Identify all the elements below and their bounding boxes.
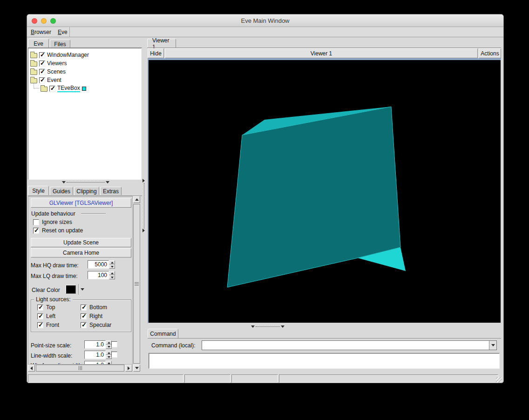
command-output-area[interactable] bbox=[149, 353, 500, 369]
tree-editor-splitter[interactable] bbox=[62, 180, 109, 184]
tree-item-label[interactable]: TEveBox bbox=[57, 85, 80, 92]
traffic-lights bbox=[32, 14, 56, 27]
ignore-sizes-row: Ignore sizes bbox=[33, 219, 72, 225]
tree-checkbox[interactable] bbox=[49, 86, 55, 92]
tevebox-color-swatch[interactable] bbox=[82, 87, 86, 91]
light-left-checkbox[interactable] bbox=[37, 313, 43, 319]
status-cell-4 bbox=[279, 374, 498, 383]
scroll-up-button[interactable] bbox=[133, 196, 140, 203]
scroll-down-button[interactable] bbox=[133, 365, 140, 372]
light-front-checkbox[interactable] bbox=[37, 322, 43, 328]
light-right-row: Right bbox=[81, 313, 102, 319]
wireframe-spinner: 1.0 bbox=[84, 361, 112, 365]
line-width-value[interactable]: 1.0 bbox=[84, 351, 106, 359]
menu-eve[interactable]: Eve bbox=[58, 29, 68, 35]
collapse-arrow-icon bbox=[251, 325, 255, 328]
update-scene-button[interactable]: Update Scene bbox=[31, 238, 131, 247]
tab-clipping[interactable]: Clipping bbox=[74, 187, 99, 195]
tree-item-windowmanager[interactable]: WindowManager bbox=[30, 51, 89, 59]
panel-splitter-dots[interactable] bbox=[144, 183, 144, 229]
wireframe-value[interactable]: 1.0 bbox=[84, 361, 106, 365]
swatch-divider bbox=[78, 284, 79, 295]
hide-button[interactable]: Hide bbox=[148, 48, 164, 58]
tree-checkbox[interactable] bbox=[39, 69, 45, 75]
status-cell-1 bbox=[28, 374, 183, 383]
splitter-arrow-icon[interactable] bbox=[142, 179, 145, 183]
viewer-title: Viewer 1 bbox=[311, 50, 332, 57]
light-top-checkbox[interactable] bbox=[37, 305, 43, 311]
gl-viewer-button[interactable]: GLViewer [TGLSAViewer] bbox=[31, 198, 131, 208]
editor-horizontal-scrollbar[interactable] bbox=[28, 365, 132, 372]
light-bottom-row: Bottom bbox=[81, 304, 107, 311]
light-right-checkbox[interactable] bbox=[81, 313, 87, 319]
minimize-button[interactable] bbox=[41, 18, 47, 24]
ignore-sizes-label: Ignore sizes bbox=[42, 219, 72, 225]
tree-checkbox[interactable] bbox=[39, 77, 45, 83]
command-combobox[interactable] bbox=[202, 340, 497, 350]
combo-dropdown-button[interactable] bbox=[489, 341, 496, 350]
update-behaviour-separator: Update behaviour bbox=[31, 210, 106, 217]
resize-grip[interactable] bbox=[496, 377, 502, 383]
point-size-checkbox[interactable] bbox=[111, 341, 117, 347]
tree-item-tevebox[interactable]: TEveBox bbox=[41, 85, 86, 92]
tevebox-3d-shape bbox=[149, 60, 501, 323]
light-front-row: Front bbox=[37, 322, 59, 328]
spin-down-button[interactable] bbox=[109, 275, 115, 279]
viewer-title-bar[interactable]: Viewer 1 bbox=[165, 48, 478, 58]
chevron-down-icon bbox=[491, 344, 495, 346]
tab-style[interactable]: Style bbox=[28, 186, 49, 195]
thumb-grip-icon bbox=[135, 282, 139, 285]
tab-extras[interactable]: Extras bbox=[100, 187, 122, 195]
light-specular-checkbox[interactable] bbox=[81, 322, 87, 328]
tab-guides[interactable]: Guides bbox=[50, 187, 73, 195]
scroll-right-button[interactable] bbox=[125, 365, 132, 372]
tab-eve[interactable]: Eve bbox=[28, 39, 49, 48]
ignore-sizes-checkbox[interactable] bbox=[33, 219, 39, 225]
zoom-button[interactable] bbox=[50, 18, 56, 24]
menu-browser[interactable]: Browser bbox=[31, 29, 51, 35]
splitter-arrow-icon[interactable] bbox=[142, 229, 145, 232]
color-dropdown-icon[interactable] bbox=[81, 288, 84, 291]
separator-line bbox=[81, 213, 106, 214]
close-button[interactable] bbox=[32, 18, 37, 24]
tree-item-label[interactable]: Viewers bbox=[47, 60, 67, 67]
viewer-command-splitter[interactable] bbox=[251, 325, 285, 328]
light-sources-group: Light sources: Top Bottom Left Right Fro… bbox=[31, 299, 131, 332]
gl-viewport[interactable] bbox=[148, 58, 501, 323]
spin-up-button[interactable] bbox=[109, 260, 115, 264]
tab-files[interactable]: Files bbox=[50, 40, 70, 48]
reset-on-update-checkbox[interactable] bbox=[33, 228, 39, 234]
max-lq-value[interactable]: 100 bbox=[88, 271, 109, 279]
scrollbar-thumb[interactable] bbox=[36, 365, 124, 372]
scroll-left-button[interactable] bbox=[28, 365, 35, 372]
spin-up-button[interactable] bbox=[109, 271, 115, 275]
light-top-row: Top bbox=[37, 304, 55, 311]
update-behaviour-label: Update behaviour bbox=[31, 210, 75, 217]
tree-item-viewers[interactable]: Viewers bbox=[30, 60, 67, 67]
command-input[interactable] bbox=[202, 341, 489, 350]
tab-command[interactable]: Command bbox=[148, 329, 178, 338]
tree-item-label[interactable]: Event bbox=[47, 77, 61, 83]
scrollbar-thumb[interactable] bbox=[133, 204, 140, 364]
tree-checkbox[interactable] bbox=[39, 61, 45, 67]
point-size-value[interactable]: 1.0 bbox=[84, 340, 106, 349]
tab-viewer-1[interactable]: Viewer 1 bbox=[147, 39, 176, 48]
tree-item-label[interactable]: WindowManager bbox=[47, 52, 89, 58]
tree-item-label[interactable]: Scenes bbox=[47, 68, 66, 75]
command-tab-baseline bbox=[148, 338, 501, 339]
light-bottom-checkbox[interactable] bbox=[81, 305, 87, 311]
actions-button[interactable]: Actions bbox=[479, 48, 501, 58]
collapse-arrow-icon bbox=[106, 181, 109, 183]
line-width-checkbox[interactable] bbox=[111, 352, 117, 358]
spin-down-button[interactable] bbox=[109, 264, 115, 269]
tree-item-scenes[interactable]: Scenes bbox=[30, 68, 66, 75]
collapse-arrow-icon bbox=[62, 181, 66, 183]
clear-color-swatch[interactable] bbox=[66, 285, 76, 294]
line-width-label: Line-width scale: bbox=[31, 352, 72, 359]
spin-up-button[interactable] bbox=[106, 361, 112, 365]
tree-checkbox[interactable] bbox=[39, 52, 45, 58]
editor-vertical-scrollbar[interactable] bbox=[133, 196, 140, 372]
max-hq-value[interactable]: 5000 bbox=[88, 260, 109, 269]
camera-home-button[interactable]: Camera Home bbox=[31, 248, 131, 257]
title-bar[interactable]: Eve Main Window bbox=[27, 14, 503, 27]
